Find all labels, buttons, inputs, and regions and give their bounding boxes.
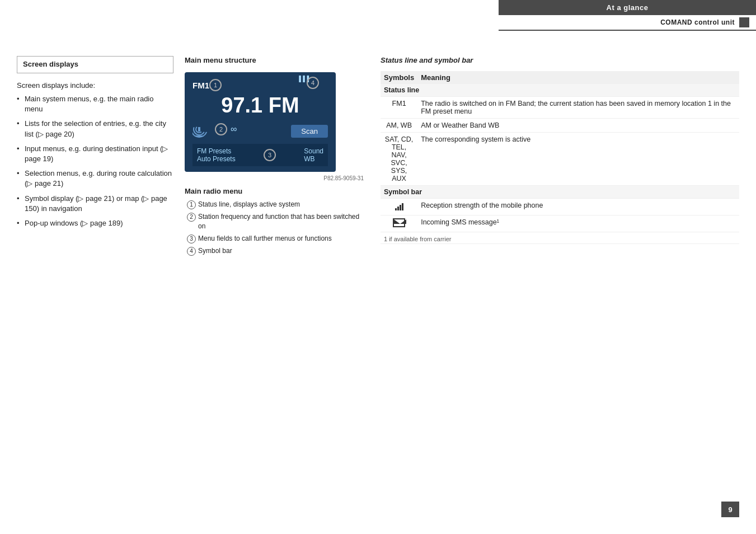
signal-bars-cell bbox=[381, 199, 417, 216]
radio-mid-row: 2 ∞ Scan bbox=[192, 119, 328, 139]
meaning-signal-bars: Reception strength of the mobile phone bbox=[417, 199, 739, 216]
menu-note-item: 3 Menu fields to call further menus or f… bbox=[185, 234, 364, 243]
screen-displays-title: Screen displays bbox=[23, 60, 167, 68]
meaning-fm1: The radio is switched on in FM Band; the… bbox=[417, 97, 739, 119]
auto-presets-label: Auto Presets bbox=[197, 155, 236, 163]
table-row: FM1 The radio is switched on in FM Band;… bbox=[381, 97, 739, 119]
symbol-bar-section: Symbol bar bbox=[381, 186, 739, 199]
at-a-glance-text: At a glance bbox=[607, 3, 649, 12]
list-item: Selection menus, e.g. during route calcu… bbox=[17, 168, 173, 189]
status-line-label: Status line bbox=[381, 84, 739, 97]
meaning-header: Meaning bbox=[417, 71, 739, 84]
circled-num-4: 4 bbox=[187, 247, 196, 256]
page-number: 9 bbox=[728, 505, 732, 514]
radio-top-row: FM1 1 ▐▐▐ 4 bbox=[192, 79, 328, 91]
menu-notes: Main radio menu 1 Status line, displays … bbox=[185, 187, 364, 256]
bullet-list: Main system menus, e.g. the main radio m… bbox=[17, 94, 173, 228]
signal-bars-icon bbox=[395, 202, 403, 210]
menu-notes-title: Main radio menu bbox=[185, 187, 364, 195]
radio-circle-1: 1 bbox=[209, 79, 222, 91]
list-item: Symbol display (▷ page 21) or map (▷ pag… bbox=[17, 194, 173, 214]
right-column: Status line and symbol bar Symbols Meani… bbox=[364, 56, 739, 259]
table-row: Reception strength of the mobile phone bbox=[381, 199, 739, 216]
at-a-glance-bar: At a glance bbox=[499, 0, 756, 15]
meaning-sat-cd: The corresponding system is active bbox=[417, 133, 739, 186]
bar3 bbox=[400, 205, 401, 210]
list-item: Input menus, e.g. during destination inp… bbox=[17, 144, 173, 164]
bar1 bbox=[395, 208, 397, 210]
footnote-row: 1 if available from carrier bbox=[381, 232, 739, 244]
footnote-text: 1 if available from carrier bbox=[381, 232, 739, 244]
list-item: Lists for the selection of entries, e.g.… bbox=[17, 119, 173, 139]
list-item: Pop-up windows (▷ page 189) bbox=[17, 218, 173, 228]
main-content: Screen displays Screen displays include:… bbox=[0, 45, 756, 270]
radio-frequency: 97.1 FM bbox=[192, 95, 328, 116]
table-row: AM, WB AM or Weather Band WB bbox=[381, 119, 739, 133]
radio-circle-4: 4 bbox=[307, 77, 319, 89]
radio-infinity-icon: ∞ bbox=[231, 124, 237, 134]
circled-num-1: 1 bbox=[187, 200, 196, 209]
symbol-fm1: FM1 bbox=[381, 97, 417, 119]
radio-display: FM1 1 ▐▐▐ 4 97.1 FM bbox=[185, 72, 336, 172]
comand-bar-square bbox=[739, 17, 749, 27]
comand-text: COMAND control unit bbox=[660, 18, 735, 26]
menu-notes-list: 1 Status line, displays active system 2 … bbox=[185, 200, 364, 256]
radio-part-id: P82.85-9059-31 bbox=[185, 175, 364, 181]
list-item: Main system menus, e.g. the main radio m… bbox=[17, 94, 173, 114]
radio-fm1-label: FM1 bbox=[192, 81, 209, 90]
sound-label: Sound bbox=[304, 147, 323, 155]
circled-num-2: 2 bbox=[187, 213, 196, 222]
symbol-sat-cd: SAT, CD, TEL, NAV, SVC, SYS, AUX bbox=[381, 133, 417, 186]
status-line-section: Status line bbox=[381, 84, 739, 97]
envelope-icon bbox=[393, 218, 405, 227]
radio-wave-icon bbox=[192, 119, 215, 139]
radio-circle-2: 2 bbox=[215, 123, 227, 135]
bar4 bbox=[402, 203, 403, 210]
main-menu-structure-title: Main menu structure bbox=[185, 56, 364, 64]
header: At a glance COMAND control unit bbox=[499, 0, 756, 31]
radio-scan-button[interactable]: Scan bbox=[291, 125, 328, 138]
wb-label: WB bbox=[304, 155, 323, 163]
status-bar-section-title: Status line and symbol bar bbox=[381, 56, 739, 64]
meaning-envelope: Incoming SMS message¹ bbox=[417, 216, 739, 232]
table-row: Incoming SMS message¹ bbox=[381, 216, 739, 232]
radio-sound-col: Sound WB bbox=[304, 147, 323, 163]
comand-bar: COMAND control unit bbox=[499, 15, 756, 31]
radio-presets-col: FM Presets Auto Presets bbox=[197, 147, 236, 163]
radio-circle-3: 3 bbox=[264, 149, 276, 161]
menu-note-item: 2 Station frequency and function that ha… bbox=[185, 212, 364, 231]
symbol-bar-label: Symbol bar bbox=[381, 186, 739, 199]
symbols-header: Symbols bbox=[381, 71, 417, 84]
table-row: SAT, CD, TEL, NAV, SVC, SYS, AUX The cor… bbox=[381, 133, 739, 186]
fm-presets-label: FM Presets bbox=[197, 147, 236, 155]
symbol-am-wb: AM, WB bbox=[381, 119, 417, 133]
circled-num-3: 3 bbox=[187, 235, 196, 243]
left-column: Screen displays Screen displays include:… bbox=[17, 56, 173, 259]
symbols-table: Symbols Meaning Status line FM1 The radi… bbox=[381, 71, 739, 244]
middle-column: Main menu structure FM1 1 ▐▐▐ 4 97.1 FM bbox=[173, 56, 364, 259]
radio-bottom-row: FM Presets Auto Presets 3 Sound WB bbox=[192, 144, 328, 166]
screen-displays-box: Screen displays bbox=[17, 56, 173, 73]
meaning-am-wb: AM or Weather Band WB bbox=[417, 119, 739, 133]
envelope-cell bbox=[381, 216, 417, 232]
menu-note-item: 1 Status line, displays active system bbox=[185, 200, 364, 209]
page-number-box: 9 bbox=[721, 502, 739, 517]
screen-displays-intro: Screen displays include: bbox=[17, 81, 173, 90]
bar2 bbox=[397, 207, 399, 210]
menu-note-item: 4 Symbol bar bbox=[185, 246, 364, 256]
radio-scan-area: Scan bbox=[237, 125, 328, 138]
svg-rect-3 bbox=[198, 127, 200, 132]
